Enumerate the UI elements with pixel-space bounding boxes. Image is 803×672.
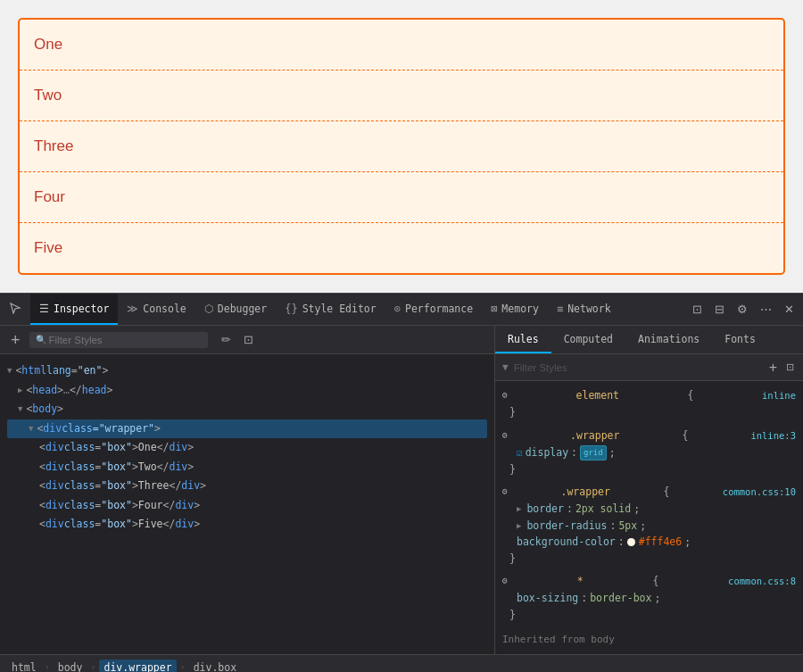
pick-element-btn[interactable] — [4, 298, 27, 320]
rule-source[interactable]: common.css:10 — [723, 485, 796, 500]
rule-source[interactable]: inline:3 — [750, 428, 796, 444]
html-line[interactable]: ▼<div class="wrapper"> — [7, 419, 487, 439]
gear-icon[interactable]: ⚙ — [502, 485, 508, 499]
preview-area: OneTwoThreeFourFive — [0, 0, 803, 293]
close-btn[interactable]: ✕ — [779, 299, 799, 319]
html-line[interactable]: <div class="box">Three</div> — [7, 477, 487, 496]
toolbar-left — [4, 298, 27, 320]
breadcrumb-item[interactable]: div.box — [189, 660, 241, 673]
add-node-btn[interactable]: + — [7, 332, 24, 348]
html-line[interactable]: ▼<html lang="en"> — [7, 361, 487, 381]
responsive-btn[interactable]: ⊡ — [687, 299, 708, 319]
rule-property: ▶border-radius: 5px; — [502, 518, 796, 534]
expand-arrow[interactable]: ▶ — [517, 519, 521, 532]
filter-icon: ▼ — [502, 361, 509, 373]
html-line[interactable] — [7, 538, 487, 540]
breadcrumb-item[interactable]: body — [54, 660, 87, 673]
tab-style-editor[interactable]: {}Style Editor — [276, 294, 385, 325]
copy-rule-btn[interactable]: ⊡ — [784, 361, 796, 373]
split-btn[interactable]: ⊟ — [709, 299, 730, 319]
rule-close-brace: } — [502, 404, 796, 420]
html-line[interactable]: <div class="box">One</div> — [7, 438, 487, 458]
edit-html-btn[interactable]: ✏ — [217, 331, 236, 348]
add-rule-btn[interactable]: + — [767, 360, 779, 376]
box-item: Four — [20, 172, 783, 223]
tab-list: ☰Inspector≫Console⬡Debugger{}Style Edito… — [30, 294, 620, 325]
collapse-arrow[interactable]: ▶ — [18, 384, 22, 397]
rule-selector: ⚙ element {inline — [502, 386, 796, 404]
rule-block: ⚙ element {inline} — [495, 385, 803, 425]
tab-inspector[interactable]: ☰Inspector — [30, 294, 118, 325]
html-content: ▼<html lang="en">▶<head>…</head>▼<body>▼… — [0, 354, 494, 654]
tab-memory[interactable]: ⊠Memory — [482, 294, 548, 325]
rule-property: background-color: #fff4e6; — [502, 534, 796, 550]
collapse-arrow[interactable]: ▼ — [7, 364, 12, 377]
rule-block: ⚙ .wrapper {common.css:10▶border: 2px so… — [495, 481, 803, 570]
memory-icon: ⊠ — [491, 303, 497, 315]
html-search-input[interactable] — [29, 332, 208, 348]
debugger-icon: ⬡ — [204, 303, 213, 315]
tab-label-inspector: Inspector — [54, 303, 109, 315]
console-icon: ≫ — [127, 303, 138, 315]
box-item: Two — [20, 71, 783, 121]
rules-tab-computed[interactable]: Computed — [551, 326, 625, 353]
performance-icon: ⊙ — [394, 303, 401, 315]
breadcrumb-separator: › — [45, 662, 50, 672]
rules-filter-bar: ▼ + ⊡ — [495, 354, 803, 381]
overflow-btn[interactable]: ⋯ — [755, 299, 777, 319]
box-item: One — [20, 20, 783, 71]
rules-tab-fonts[interactable]: Fonts — [712, 326, 768, 353]
rule-source[interactable]: common.css:8 — [728, 574, 796, 589]
gear-icon[interactable]: ⚙ — [502, 388, 508, 402]
html-line[interactable]: <div class="box">Four</div> — [7, 496, 487, 516]
devtools-toolbar: ☰Inspector≫Console⬡Debugger{}Style Edito… — [0, 294, 803, 326]
tab-debugger[interactable]: ⬡Debugger — [195, 294, 276, 325]
network-icon: ≡ — [557, 303, 563, 315]
devtools-main: + 🔍 ✏ ⊡ ▼<html lang="en">▶<head>…</head>… — [0, 326, 803, 654]
collapse-arrow[interactable]: ▼ — [18, 402, 22, 416]
rule-selector: ⚙ .wrapper {inline:3 — [502, 427, 796, 444]
html-line[interactable]: <div class="box">Five</div> — [7, 515, 487, 535]
html-line[interactable]: ▶<head>…</head> — [7, 381, 487, 401]
rules-tab-animations[interactable]: Animations — [625, 326, 712, 353]
rules-filter-input[interactable] — [514, 362, 762, 373]
tab-performance[interactable]: ⊙Performance — [385, 294, 482, 325]
devtools-panel: ☰Inspector≫Console⬡Debugger{}Style Edito… — [0, 293, 803, 672]
color-swatch[interactable] — [627, 538, 635, 546]
gear-icon[interactable]: ⚙ — [502, 574, 508, 588]
breadcrumb-separator: › — [90, 662, 95, 672]
gear-icon[interactable]: ⚙ — [502, 428, 508, 443]
toolbar-right: ⊡ ⊟ ⚙ ⋯ ✕ — [687, 299, 799, 319]
box-item: Three — [20, 121, 783, 172]
tab-label-debugger: Debugger — [218, 303, 267, 315]
rule-source[interactable]: inline — [762, 388, 796, 403]
settings-btn[interactable]: ⚙ — [732, 299, 753, 319]
html-actions: ✏ ⊡ — [217, 331, 258, 348]
tab-label-network: Network — [567, 303, 610, 315]
breadcrumb-bar: html›body›div.wrapper›div.box — [0, 654, 803, 672]
tab-console[interactable]: ≫Console — [118, 294, 195, 325]
search-icon: 🔍 — [36, 335, 46, 344]
html-line[interactable]: ▼<body> — [7, 400, 487, 419]
rule-close-brace: } — [502, 551, 796, 567]
prop-checkbox[interactable]: ☑ — [517, 445, 523, 461]
html-line[interactable]: <div class="box">Two</div> — [7, 458, 487, 477]
expand-btn[interactable]: ⊡ — [239, 331, 258, 348]
collapse-arrow[interactable]: ▼ — [29, 422, 33, 436]
box-item: Five — [20, 223, 783, 273]
inspector-icon: ☰ — [39, 303, 49, 315]
rule-block: ⚙ .wrapper {inline:3☑ display: grid;} — [495, 425, 803, 481]
grid-badge[interactable]: grid — [580, 445, 607, 460]
breadcrumb-item[interactable]: div.wrapper — [99, 660, 176, 673]
breadcrumb-item[interactable]: html — [7, 660, 41, 673]
rules-content: ⚙ element {inline}⚙ .wrapper {inline:3☑ … — [495, 381, 803, 654]
tab-label-memory: Memory — [501, 303, 539, 315]
breadcrumb-separator: › — [180, 662, 186, 672]
rules-tab-rules[interactable]: Rules — [495, 326, 551, 353]
rule-property: ☑ display: grid; — [502, 444, 796, 460]
expand-arrow[interactable]: ▶ — [517, 502, 521, 515]
section-label: Inherited from body — [495, 626, 803, 650]
rule-selector: ⚙ .wrapper {common.css:10 — [502, 483, 796, 501]
html-search-bar: + 🔍 ✏ ⊡ — [0, 326, 494, 354]
tab-network[interactable]: ≡Network — [548, 294, 620, 325]
